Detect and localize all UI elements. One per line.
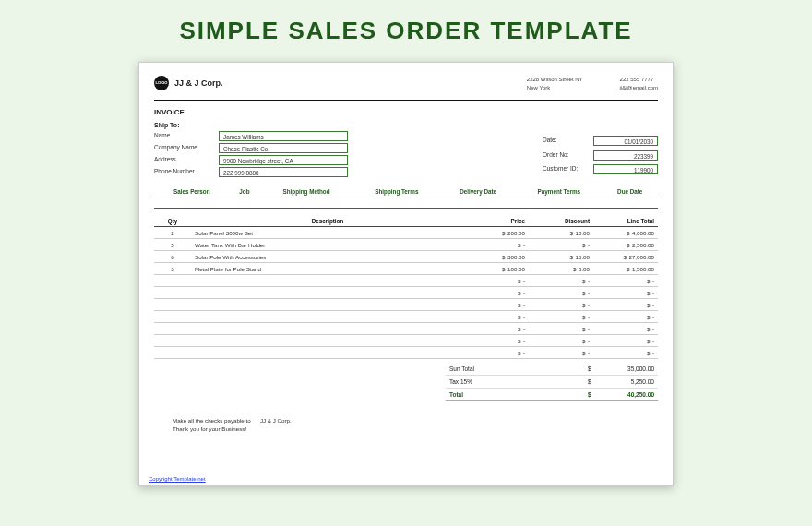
customer-id-label: Customer ID:	[543, 164, 593, 177]
company-label: Company Name	[154, 143, 219, 153]
company-name: JJ & J Corp.	[174, 78, 223, 88]
col-sales-person: Sales Person	[154, 186, 230, 197]
name-label: Name	[154, 131, 219, 141]
invoice-heading: INVOICE	[154, 108, 658, 116]
col-price: Price	[464, 216, 529, 227]
payable-prefix: Make all the checks payable to	[173, 417, 251, 424]
copyright-link[interactable]: Copyright Template.net	[149, 476, 206, 482]
currency-symbol: $	[588, 391, 599, 398]
col-qty: Qty	[154, 216, 191, 227]
address-line2: New York	[527, 84, 583, 92]
line-items-table: Qty Description Price Discount Line Tota…	[154, 216, 658, 359]
divider	[154, 100, 658, 101]
company-email: jj&j@email.com	[620, 84, 658, 92]
document-preview: LO GO JJ & J Corp. 2228 Wilson Street NY…	[138, 62, 674, 486]
info-grid: Name James Williams Company Name Chase P…	[154, 131, 658, 177]
phone-field[interactable]: 222 999 8888	[219, 167, 348, 177]
address-label: Address	[154, 155, 219, 165]
subtotal-label: Sun Total	[449, 365, 588, 372]
contact-wrap: 2228 Wilson Street NY New York 222 555 7…	[527, 76, 658, 92]
name-field[interactable]: James Williams	[219, 131, 348, 141]
col-delivery-date: Delivery Date	[440, 186, 516, 197]
tax-row: Tax 15% $ 5,250.00	[446, 376, 658, 389]
date-field[interactable]: 01/01/2030	[593, 136, 658, 146]
table-row[interactable]: 3Metal Plate for Pole Stand$100.00$5.00$…	[154, 263, 658, 275]
customer-id-field[interactable]: 119900	[593, 164, 658, 174]
table-row[interactable]: $-$-$-	[154, 335, 658, 347]
table-row[interactable]: 2Solar Panel 3000w Set$200.00$10.00$4,00…	[154, 227, 658, 239]
thank-you: Thank you for your Business!	[173, 425, 246, 432]
total-label: Total	[449, 391, 588, 398]
table-row[interactable]: $-$-$-	[154, 299, 658, 311]
page-title: SIMPLE SALES ORDER TEMPLATE	[179, 17, 632, 45]
ship-to-heading: Ship To:	[154, 122, 658, 128]
table-row[interactable]: $-$-$-	[154, 275, 658, 287]
logo-icon: LO GO	[154, 76, 169, 90]
company-phone: 222 555 7777	[620, 76, 658, 84]
table-row[interactable]: 5Water Tank With Bar Holder$-$-$2,500.00	[154, 239, 658, 251]
tax-label: Tax 15%	[449, 378, 588, 385]
order-meta-fields: Date: 01/01/2030 Order No: 223399 Custom…	[543, 131, 658, 177]
ship-to-fields: Name James Williams Company Name Chase P…	[154, 131, 348, 177]
col-shipping-method: Shipping Method	[259, 186, 352, 197]
company-contact: 222 555 7777 jj&j@email.com	[620, 76, 658, 92]
total-row: Total $ 40,250.00	[446, 389, 658, 401]
table-row[interactable]: $-$-$-	[154, 311, 658, 323]
tax-value: 5,250.00	[599, 378, 654, 385]
document-header: LO GO JJ & J Corp. 2228 Wilson Street NY…	[154, 76, 658, 92]
subtotal-value: 35,000.00	[599, 365, 654, 372]
shipping-table: Sales Person Job Shipping Method Shippin…	[154, 186, 658, 209]
address-line1: 2228 Wilson Street NY	[527, 76, 583, 84]
table-row[interactable]: $-$-$-	[154, 347, 658, 359]
phone-label: Phone Number	[154, 167, 219, 177]
company-address: 2228 Wilson Street NY New York	[527, 76, 583, 92]
footer-note: Make all the checks payable to JJ & J Co…	[154, 416, 658, 434]
address-field[interactable]: 9900 Newbridge street, CA	[219, 155, 348, 165]
col-job: Job	[230, 186, 260, 197]
order-no-field[interactable]: 223399	[593, 150, 658, 161]
subtotal-row: Sun Total $ 35,000.00	[446, 363, 658, 376]
currency-symbol: $	[588, 378, 599, 385]
table-row[interactable]: 6Solar Pole With Accessories$300.00$15.0…	[154, 251, 658, 263]
table-row[interactable]: $-$-$-	[154, 287, 658, 299]
total-value: 40,250.00	[599, 391, 654, 398]
col-payment-terms: Payment Terms	[516, 186, 602, 197]
table-row[interactable]: $-$-$-	[154, 323, 658, 335]
date-label: Date:	[543, 136, 593, 149]
brand-block: LO GO JJ & J Corp.	[154, 76, 223, 90]
order-no-label: Order No:	[543, 150, 593, 163]
company-field[interactable]: Chase Plastic Co.	[219, 143, 348, 153]
payable-payee: JJ & J Corp.	[260, 417, 292, 424]
currency-symbol: $	[588, 365, 599, 372]
col-description: Description	[191, 216, 464, 227]
shipping-row[interactable]	[154, 197, 658, 209]
col-due-date: Due Date	[602, 186, 658, 197]
totals-block: Sun Total $ 35,000.00 Tax 15% $ 5,250.00…	[154, 363, 658, 401]
col-discount: Discount	[529, 216, 593, 227]
col-shipping-terms: Shipping Terms	[353, 186, 440, 197]
col-line-total: Line Total	[593, 216, 658, 227]
